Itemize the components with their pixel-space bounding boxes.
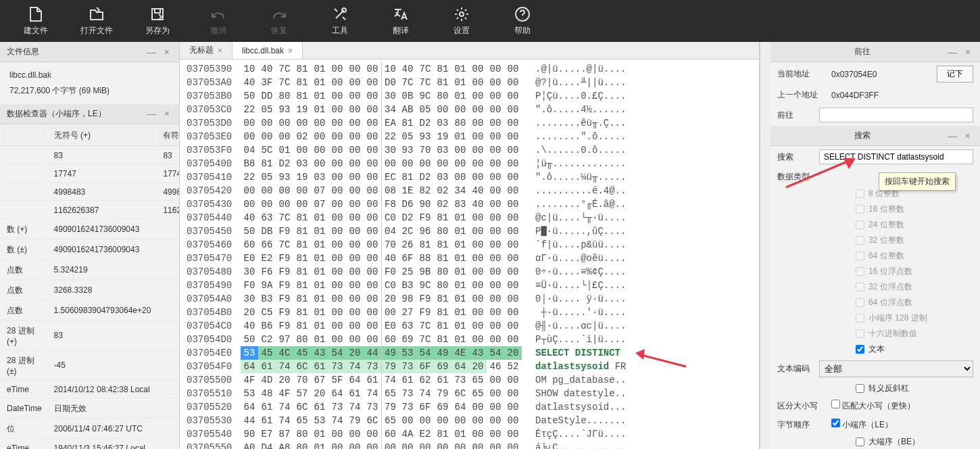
panel-controls[interactable]: — × [948,131,973,141]
dtype-checkbox[interactable] [856,189,864,198]
escape-checkbox[interactable] [856,384,864,393]
hex-row[interactable]: 037053A0403F7C8101000000D07C7C8101000000… [180,76,759,89]
hex-row[interactable]: 037054A030B3F981010000002098F98101000000… [180,292,759,306]
dtype-checkbox[interactable] [856,267,864,276]
dtype-checkbox[interactable] [856,345,864,354]
hex-row[interactable]: 03705530446174655374796C6500000000000000… [180,414,759,427]
hex-row[interactable]: 0370539010407C810100000010407C8101000000… [180,62,759,76]
open-button[interactable]: 打开文件 [66,1,127,41]
tab-libcc.dll.bak[interactable]: libcc.dll.bak× [232,42,303,59]
hex-row[interactable]: 037054D050C297800100000060697C8101000000… [180,333,759,346]
close-icon[interactable]: × [288,46,293,55]
settings-icon [454,6,470,22]
undo-icon [210,6,226,22]
be-label: 大端序（BE） [868,436,920,448]
search-label: 搜索 [777,151,819,163]
hex-row[interactable]: 037054B020C5F981010000000027F98101000000… [180,306,759,319]
file-info-header: 文件信息 — × [0,42,179,62]
hex-row[interactable]: 037055004F4D2070675F64617461626173650000… [180,373,759,387]
hex-row[interactable]: 0370551053484F5720646174657374796C650000… [180,387,759,400]
le-checkbox[interactable] [831,419,840,427]
dtype-checkbox[interactable] [856,298,864,307]
encoding-select[interactable]: 全部 [819,360,973,377]
panel-controls[interactable]: — × [948,47,973,57]
right-panel: 前往 — × 当前地址 0x037054E0 记下 上一个地址 0x044DF3… [770,42,980,449]
hex-row[interactable]: 03705550A0D4A880010000000000000000000000… [180,441,759,449]
hex-row[interactable]: 03705400B881D203000000000000000000000000… [180,157,759,170]
dtype-label: 32 位浮点数 [868,281,912,293]
saveas-button[interactable]: 另存为 [127,1,188,41]
panel-controls[interactable]: — × [147,108,172,119]
prev-addr: 0x044DF3FF [831,91,973,100]
hex-row[interactable]: 0370554090E7878001000000604AE28101000000… [180,427,759,441]
file-name: libcc.dll.bak [9,68,170,83]
goto-label: 前往 [777,110,819,121]
search-input[interactable] [819,149,973,164]
col-signed: 有符号 (±) [157,126,180,146]
dtype-checkbox[interactable] [856,236,864,245]
translate-button[interactable]: 翻译 [370,1,431,41]
hex-row[interactable]: 037054102205931903000000EC81D20300000000… [180,170,759,184]
search-header: 搜索 — × [770,126,980,146]
hex-scrollbar[interactable] [760,42,770,449]
be-checkbox[interactable] [856,438,864,446]
hex-row[interactable]: 037055206461746C6173747379736F6964000000… [180,400,759,414]
dtype-checkbox[interactable] [856,329,864,338]
inspector-row: 数 (+)4909016241736009043 [1,220,180,239]
redo-icon [271,6,287,22]
redo-button[interactable]: 恢复 [249,1,310,41]
hex-row[interactable]: 03705490F09AF98101000000C0B39C8001000000… [180,279,759,292]
escape-label: 转义反斜杠 [868,383,909,394]
current-addr-label: 当前地址 [777,68,831,80]
dtype-label: 文本 [868,344,885,355]
dtype-label: 16 位浮点数 [868,266,912,277]
undo-button[interactable]: 撤消 [188,1,249,41]
hex-row[interactable]: 037053F0045C0100000000003093700300000000… [180,143,759,157]
hex-row[interactable]: 037053B050DD808101000000300B9C8001000000… [180,89,759,103]
inspector-row: DateTime日期无效 [1,400,180,419]
hex-row[interactable]: 037053D00000000000000000EA81D20380000000… [180,116,759,130]
goto-input[interactable] [819,108,973,122]
hex-row[interactable]: 037054200000000007000000081E820234400000… [180,184,759,197]
inspector-row: 数 (±)4909016241736009043 [1,241,180,260]
dtype-label: 64 位整数 [868,250,904,262]
hex-row[interactable]: 037054C040B6F98101000000E0637C8101000000… [180,319,759,333]
dtype-checkbox[interactable] [856,283,864,291]
tab-无标题[interactable]: 无标题× [180,42,232,59]
tools-button[interactable]: 工具 [310,1,370,41]
left-panel: 文件信息 — × libcc.dll.bak 72,217,600 个字节 (6… [0,42,180,449]
inspector-row: 11626263871162626387 [1,202,180,219]
hex-view[interactable]: 0370539010407C810100000010407C8101000000… [180,60,759,449]
settings-button[interactable]: 设置 [431,1,492,41]
help-icon [514,6,531,22]
inspector-row: 点数1.5060983904793064e+20 [1,302,180,321]
hex-row[interactable]: 0370548030F6F98101000000F0259B8001000000… [180,265,759,279]
hex-row[interactable]: 037054F06461746C6173747379736F6964204652… [180,360,759,373]
remember-button[interactable]: 记下 [937,66,973,82]
panel-controls[interactable]: — × [147,47,172,57]
dtype-label: 64 位浮点数 [868,297,912,308]
hex-row[interactable]: 037054E053454C4543542044495354494E435420… [180,346,759,360]
dtype-checkbox[interactable] [856,314,864,323]
inspector-row: eTime1940/11/3 15:46:27 Local [1,440,180,449]
col-unsigned: 无符号 (+) [49,126,157,146]
hex-row[interactable]: 0370545050DBF98101000000042C968001000000… [180,224,759,238]
hex-row[interactable]: 03705470E0E2F98101000000406F888101000000… [180,252,759,265]
case-checkbox[interactable] [831,400,840,408]
hex-row[interactable]: 037054300000000007000000F8D6900283400000… [180,197,759,211]
hex-row[interactable]: 0370546060667C81010000007026818101000000… [180,238,759,252]
dtype-checkbox[interactable] [856,205,864,214]
hex-row[interactable]: 037053E000000002000000002205931901000000… [180,130,759,143]
dtype-checkbox[interactable] [856,252,864,260]
new-button[interactable]: 建文件 [5,1,66,41]
le-label: 小端序（LE） [842,420,893,429]
help-button[interactable]: 帮助 [492,1,553,41]
dtype-checkbox[interactable] [856,220,864,229]
dtype-label: 十六进制数值 [868,328,917,339]
goto-title: 前往 [854,46,871,57]
close-icon[interactable]: × [218,46,222,55]
byteorder-label: 字节顺序 [777,419,831,431]
hex-row[interactable]: 037053C0220593190100000034AB050000000000… [180,103,759,116]
hex-row[interactable]: 0370544040637C8101000000C0D2F98101000000… [180,211,759,224]
inspector-row: 28 进制 (±)-45 [1,352,180,380]
